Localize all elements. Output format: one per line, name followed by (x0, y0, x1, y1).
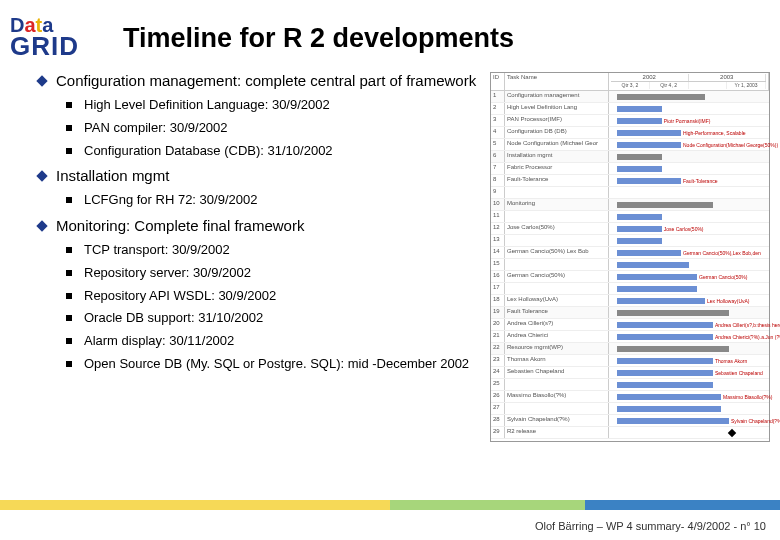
gantt-row-task: Andrea Cilleri(s?) (505, 319, 609, 330)
diamond-bullet-icon (36, 171, 47, 182)
sub-item-text: TCP transport: 30/9/2002 (84, 242, 230, 259)
gantt-row-task (505, 403, 609, 414)
gantt-bar-label: German Cancio(50%) (699, 274, 747, 280)
gantt-row-chart (609, 187, 769, 198)
gantt-row-id: 27 (491, 403, 505, 414)
gantt-row-task (505, 187, 609, 198)
gantt-row-id: 11 (491, 211, 505, 222)
sub-item: Oracle DB support: 31/10/2002 (66, 310, 482, 327)
gantt-bar: Massimo Biasollo(?%) (617, 394, 721, 400)
gantt-row: 13 (491, 235, 769, 247)
slide-header: Data GRID Timeline for R 2 developments (0, 0, 780, 66)
gantt-row-id: 26 (491, 391, 505, 402)
gantt-row-task: Sebastien Chapeland (505, 367, 609, 378)
gantt-bar-label: German Cancio(50%),Lex Bob,den (683, 250, 761, 256)
bullet-content: Configuration management: complete centr… (10, 66, 490, 442)
gantt-row: 7Fabric Processor (491, 163, 769, 175)
gantt-bar (617, 310, 729, 316)
gantt-row-task: Massimo Biasollo(?%) (505, 391, 609, 402)
gantt-row-chart (609, 307, 769, 318)
gantt-row: 19Fault Tolerance (491, 307, 769, 319)
gantt-bar: Lex Holloway(UvA) (617, 298, 705, 304)
square-bullet-icon (66, 270, 72, 276)
diamond-bullet-icon (36, 75, 47, 86)
gantt-row: 1Configuration management (491, 91, 769, 103)
gantt-row-id: 13 (491, 235, 505, 246)
gantt-bar: Andrea Chierici(?%).a.Jun (?%) (617, 334, 713, 340)
gantt-row-task: High Level Definition Lang (505, 103, 609, 114)
sub-item: TCP transport: 30/9/2002 (66, 242, 482, 259)
square-bullet-icon (66, 338, 72, 344)
gantt-row: 29R2 release (491, 427, 769, 439)
gantt-col-task: Task Name (505, 73, 609, 90)
gantt-row-id: 12 (491, 223, 505, 234)
gantt-bar (617, 214, 662, 220)
sub-item-text: Repository API WSDL: 30/9/2002 (84, 288, 276, 305)
gantt-bar-label: Lex Holloway(UvA) (707, 298, 750, 304)
gantt-row-id: 15 (491, 259, 505, 270)
footer-text: Olof Bärring – WP 4 summary- 4/9/2002 - … (535, 520, 766, 532)
gantt-quarter: Qtr 3, 2 (611, 82, 650, 89)
gantt-row: 27 (491, 403, 769, 415)
sub-item-text: Alarm display: 30/11/2002 (84, 333, 234, 350)
gantt-row-task: Fabric Processor (505, 163, 609, 174)
gantt-bar-label: Thomas Akorn (715, 358, 747, 364)
slide-title: Timeline for R 2 developments (123, 23, 514, 54)
gantt-row: 28Sylvain Chapeland(?%)Sylvain Chapeland… (491, 415, 769, 427)
gantt-row-id: 17 (491, 283, 505, 294)
gantt-row-chart: Piotr Poznanski(IMF) (609, 115, 769, 126)
gantt-row: 25 (491, 379, 769, 391)
gantt-row-chart (609, 379, 769, 390)
gantt-bar (617, 106, 662, 112)
gantt-row-chart: Sebastien Chapeland (609, 367, 769, 378)
section-head-text: Configuration management: complete centr… (56, 72, 476, 91)
gantt-row-chart (609, 163, 769, 174)
gantt-row: 8Fault-ToleranceFault-Tolerance (491, 175, 769, 187)
gantt-row-chart (609, 199, 769, 210)
gantt-row: 5Node Configuration (Michael GeorNode Co… (491, 139, 769, 151)
gantt-bar (617, 166, 662, 172)
gantt-row-task: Fault Tolerance (505, 307, 609, 318)
gantt-row-task (505, 283, 609, 294)
section-head: Configuration management: complete centr… (38, 72, 482, 91)
gantt-bar: German Cancio(50%) (617, 274, 697, 280)
gantt-row-chart (609, 91, 769, 102)
sub-item: LCFGng for RH 72: 30/9/2002 (66, 192, 482, 209)
gantt-row-task (505, 259, 609, 270)
gantt-bar-label: Fault-Tolerance (683, 178, 717, 184)
gantt-bar (617, 346, 729, 352)
gantt-row-id: 18 (491, 295, 505, 306)
gantt-row-chart: Sylvain Chapeland(?%) (609, 415, 769, 426)
gantt-row-id: 23 (491, 355, 505, 366)
sub-item: PAN compiler: 30/9/2002 (66, 120, 482, 137)
gantt-bar-label: Andrea Cilleri(s?,b:thesis here)(?%) (715, 322, 780, 328)
square-bullet-icon (66, 197, 72, 203)
gantt-row-task: PAN Processor(IMF) (505, 115, 609, 126)
section-head-text: Installation mgmt (56, 167, 169, 186)
gantt-bar (617, 202, 713, 208)
gantt-row-id: 1 (491, 91, 505, 102)
gantt-quarter: Yr 1, 2003 (727, 82, 766, 89)
gantt-row-task: Monitoring (505, 199, 609, 210)
gantt-bar-label: Jose Carlos(50%) (664, 226, 704, 232)
gantt-row-task: R2 release (505, 427, 609, 438)
gantt-row-id: 19 (491, 307, 505, 318)
gantt-row-chart (609, 343, 769, 354)
gantt-bar: Fault-Tolerance (617, 178, 681, 184)
gantt-row: 21Andrea ChiericiAndrea Chierici(?%).a.J… (491, 331, 769, 343)
gantt-bar-label: Sylvain Chapeland(?%) (731, 418, 780, 424)
section-head-text: Monitoring: Complete final framework (56, 217, 304, 236)
section-head: Installation mgmt (38, 167, 482, 186)
gantt-row-id: 4 (491, 127, 505, 138)
gantt-row: 14German Cancio(50%) Lex BobGerman Canci… (491, 247, 769, 259)
gantt-row-id: 6 (491, 151, 505, 162)
gantt-row-id: 2 (491, 103, 505, 114)
gantt-row-chart (609, 211, 769, 222)
gantt-bar (617, 286, 697, 292)
gantt-bar: Piotr Poznanski(IMF) (617, 118, 662, 124)
gantt-row-chart: Andrea Cilleri(s?,b:thesis here)(?%) (609, 319, 769, 330)
gantt-row: 16German Cancio(50%)German Cancio(50%) (491, 271, 769, 283)
gantt-row-chart (609, 403, 769, 414)
sub-item: High Level Definition Language: 30/9/200… (66, 97, 482, 114)
gantt-row-task: Andrea Chierici (505, 331, 609, 342)
